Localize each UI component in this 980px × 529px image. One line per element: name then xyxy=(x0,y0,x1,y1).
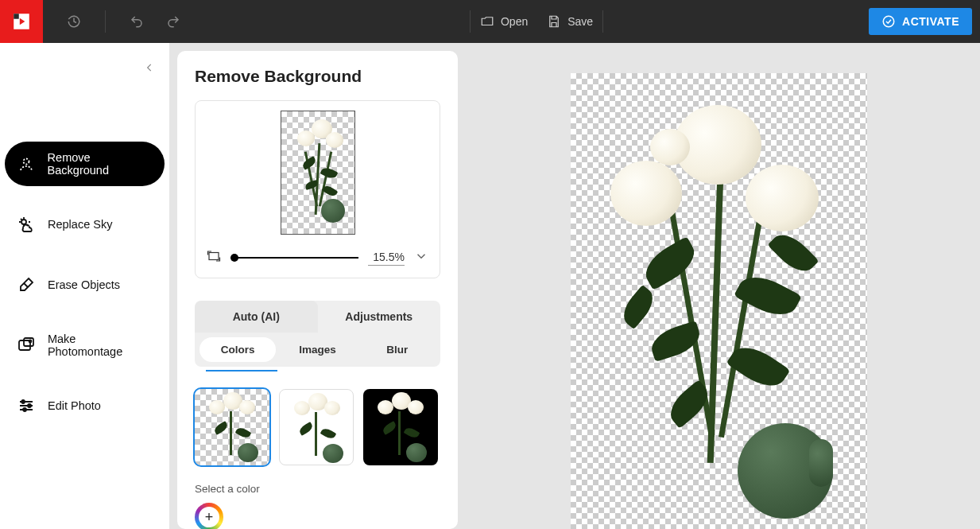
canvas-image[interactable] xyxy=(571,73,867,529)
color-picker-button[interactable]: + xyxy=(195,503,223,529)
bg-option-black[interactable] xyxy=(363,389,438,465)
tab-adjustments[interactable]: Adjustments xyxy=(318,301,441,333)
person-cutout-icon xyxy=(16,154,37,174)
zoom-value[interactable]: 15.5% xyxy=(368,251,405,266)
sidebar: Remove Background Replace Sky Erase Obje… xyxy=(0,43,169,529)
undo-button[interactable] xyxy=(118,0,155,43)
sidebar-item-label: Replace Sky xyxy=(48,218,112,231)
sliders-icon xyxy=(16,395,37,416)
panel-remove-background: Remove Background xyxy=(177,51,458,529)
svg-rect-12 xyxy=(209,253,219,260)
save-label: Save xyxy=(567,15,593,28)
app-logo xyxy=(0,0,43,43)
select-color-label: Select a color xyxy=(195,483,440,495)
svg-point-3 xyxy=(883,16,894,27)
svg-point-5 xyxy=(21,220,26,224)
sidebar-item-remove-background[interactable]: Remove Background xyxy=(5,142,165,186)
svg-point-11 xyxy=(23,408,26,411)
tab-underline xyxy=(206,370,277,371)
plus-icon: + xyxy=(199,507,219,527)
sidebar-item-label: Edit Photo xyxy=(48,399,101,412)
bg-option-white[interactable] xyxy=(279,389,354,465)
sun-cloud-icon xyxy=(16,214,37,235)
svg-point-9 xyxy=(21,400,25,403)
topbar: Open Save ACTIVATE xyxy=(0,0,980,43)
chevron-down-icon[interactable] xyxy=(414,249,428,266)
preview-card: 15.5% xyxy=(195,100,440,278)
sidebar-item-label: Remove Background xyxy=(48,151,153,177)
tabs-bg-type: Colors Images Blur xyxy=(195,333,440,367)
tab-blur[interactable]: Blur xyxy=(359,337,436,362)
tab-colors[interactable]: Colors xyxy=(199,337,276,362)
svg-point-10 xyxy=(28,404,31,407)
tab-auto-ai[interactable]: Auto (AI) xyxy=(195,301,318,333)
background-options xyxy=(195,389,440,465)
zoom-slider[interactable] xyxy=(230,257,358,259)
activate-label: ACTIVATE xyxy=(902,15,959,28)
open-button[interactable]: Open xyxy=(471,0,537,43)
preview-thumbnail[interactable] xyxy=(281,111,355,235)
sidebar-item-label: Make Photomontage xyxy=(48,333,153,358)
sidebar-collapse-button[interactable] xyxy=(144,62,155,76)
svg-point-4 xyxy=(23,159,29,165)
svg-rect-2 xyxy=(14,14,19,19)
fit-screen-icon[interactable] xyxy=(207,249,221,266)
sidebar-item-replace-sky[interactable]: Replace Sky xyxy=(5,202,165,247)
panel-title: Remove Background xyxy=(195,67,440,86)
eraser-icon xyxy=(16,274,37,295)
sidebar-item-make-photomontage[interactable]: Make Photomontage xyxy=(5,323,165,368)
bg-option-transparent[interactable] xyxy=(195,389,269,465)
collage-icon xyxy=(16,335,37,356)
tab-images[interactable]: Images xyxy=(279,337,355,362)
history-button[interactable] xyxy=(56,0,92,43)
canvas-area[interactable] xyxy=(458,43,980,529)
tabs-mode: Auto (AI) Adjustments xyxy=(195,301,440,333)
separator xyxy=(602,10,603,33)
sidebar-item-label: Erase Objects xyxy=(48,278,120,291)
save-button[interactable]: Save xyxy=(537,0,602,43)
redo-button[interactable] xyxy=(155,0,192,43)
activate-button[interactable]: ACTIVATE xyxy=(869,8,972,35)
sidebar-item-erase-objects[interactable]: Erase Objects xyxy=(5,263,165,307)
open-label: Open xyxy=(501,15,528,28)
sidebar-item-edit-photo[interactable]: Edit Photo xyxy=(5,383,165,428)
